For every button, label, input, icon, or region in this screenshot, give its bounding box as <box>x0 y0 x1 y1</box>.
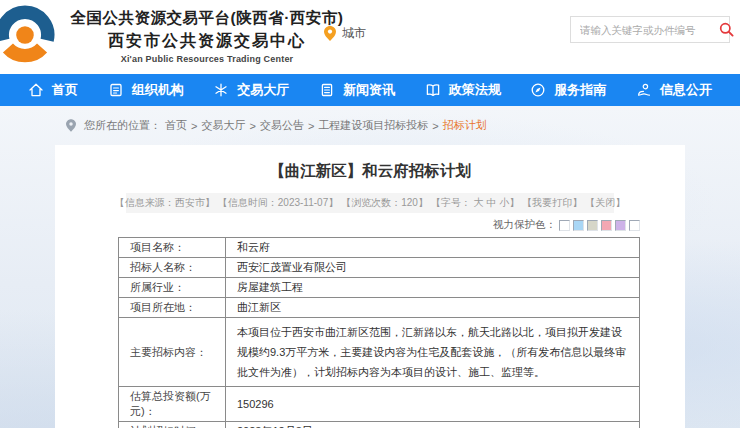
breadcrumb-separator: > <box>191 120 197 132</box>
meta-view-count: 【浏览次数：120】 <box>341 196 428 210</box>
news-icon <box>319 82 335 98</box>
row-label: 估算总投资额(万元)： <box>119 387 226 422</box>
article-panel: 【曲江新区】和云府招标计划 【信息来源：西安市】 【信息时间：2023-11-0… <box>55 145 685 428</box>
site-title-cn-2: 西安市公共资源交易中心 <box>60 31 354 52</box>
eye-color-swatch-3[interactable] <box>587 220 598 231</box>
breadcrumb-item-trade-hall[interactable]: 交易大厅 <box>201 118 245 133</box>
row-value: 和云府 <box>226 238 640 258</box>
nav-label: 信息公开 <box>660 81 712 99</box>
site-title-block: 全国公共资源交易平台(陕西省·西安市) 西安市公共资源交易中心 Xi'an Pu… <box>60 8 354 64</box>
breadcrumb-prefix: 您所在的位置： <box>84 118 161 133</box>
search-box <box>570 16 730 43</box>
eye-protection-row: 视力保护色： <box>55 218 640 232</box>
eye-protection-label: 视力保护色： <box>493 218 556 232</box>
breadcrumb-current: 招标计划 <box>443 118 487 133</box>
organization-icon <box>108 82 124 98</box>
print-button[interactable]: 【我要打印】 <box>522 196 582 210</box>
info-disclosure-icon <box>636 82 652 98</box>
city-selector[interactable]: 城市 <box>324 25 366 42</box>
nav-item-info-disclosure[interactable]: 信息公开 <box>636 81 712 99</box>
nav-label: 交易大厅 <box>237 81 289 99</box>
eye-color-swatch-2[interactable] <box>573 220 584 231</box>
meta-font-size-controls[interactable]: 【字号： 大 中 小】 <box>431 196 519 210</box>
policy-icon <box>425 82 441 98</box>
table-row-estimated-investment: 估算总投资额(万元)： 150296 <box>119 387 640 422</box>
breadcrumb-separator: > <box>249 120 255 132</box>
nav-item-news[interactable]: 新闻资讯 <box>319 81 395 99</box>
meta-info-source: 【信息来源：西安市】 <box>115 196 215 210</box>
nav-label: 政策法规 <box>449 81 501 99</box>
row-label: 所属行业： <box>119 278 226 298</box>
row-label: 计划招标时间： <box>119 422 226 428</box>
nav-label: 服务指南 <box>554 81 606 99</box>
table-row-project-location: 项目所在地： 曲江新区 <box>119 298 640 318</box>
row-label: 招标人名称： <box>119 258 226 278</box>
breadcrumb-item-trade-notice[interactable]: 交易公告 <box>260 118 304 133</box>
site-title-en: Xi'an Public Resources Trading Center <box>60 54 354 64</box>
eye-color-swatch-1[interactable] <box>559 220 570 231</box>
main-area: 您所在的位置： 首页 > 交易大厅 > 交易公告 > 工程建设项目招标投标 > … <box>0 106 740 428</box>
close-button[interactable]: 【关闭】 <box>585 196 625 210</box>
row-value: 150296 <box>226 387 640 422</box>
nav-label: 新闻资讯 <box>343 81 395 99</box>
table-row-project-name: 项目名称： 和云府 <box>119 238 640 258</box>
nav-item-policy[interactable]: 政策法规 <box>425 81 501 99</box>
bid-plan-table: 项目名称： 和云府 招标人名称： 西安汇茂置业有限公司 所属行业： 房屋建筑工程… <box>118 237 640 428</box>
breadcrumb-separator: > <box>308 120 314 132</box>
search-input[interactable] <box>571 24 719 36</box>
search-icon <box>719 22 734 37</box>
breadcrumb-item-construction-bidding[interactable]: 工程建设项目招标投标 <box>318 118 428 133</box>
site-title-cn-1: 全国公共资源交易平台(陕西省·西安市) <box>60 8 354 29</box>
row-label: 主要招标内容： <box>119 318 226 387</box>
row-value: 本项目位于西安市曲江新区范围，汇新路以东，航天北路以北，项目拟开发建设规模约9.… <box>226 318 640 387</box>
row-value: 西安汇茂置业有限公司 <box>226 258 640 278</box>
site-logo-icon <box>0 3 56 65</box>
site-header: 全国公共资源交易平台(陕西省·西安市) 西安市公共资源交易中心 Xi'an Pu… <box>0 0 740 74</box>
article-meta-bar: 【信息来源：西安市】 【信息时间：2023-11-07】 【浏览次数：120】 … <box>126 193 614 213</box>
breadcrumb: 您所在的位置： 首页 > 交易大厅 > 交易公告 > 工程建设项目招标投标 > … <box>66 118 487 133</box>
table-row-tenderer-name: 招标人名称： 西安汇茂置业有限公司 <box>119 258 640 278</box>
nav-item-home[interactable]: 首页 <box>28 81 78 99</box>
home-icon <box>28 82 44 98</box>
breadcrumb-item-home[interactable]: 首页 <box>165 118 187 133</box>
nav-item-trade-hall[interactable]: 交易大厅 <box>213 81 289 99</box>
main-nav: 首页 组织机构 交易大厅 新闻资讯 政策法规 服务指南 <box>0 74 740 106</box>
nav-label: 首页 <box>52 81 78 99</box>
breadcrumb-pin-icon <box>66 119 76 132</box>
nav-item-service-guide[interactable]: 服务指南 <box>530 81 606 99</box>
table-row-planned-bid-time: 计划招标时间： 2023年12月8日 <box>119 422 640 428</box>
table-row-industry: 所属行业： 房屋建筑工程 <box>119 278 640 298</box>
nav-label: 组织机构 <box>132 81 184 99</box>
table-row-main-bid-content: 主要招标内容： 本项目位于西安市曲江新区范围，汇新路以东，航天北路以北，项目拟开… <box>119 318 640 387</box>
eye-color-swatch-4[interactable] <box>601 220 612 231</box>
location-pin-icon <box>324 26 336 41</box>
nav-item-organization[interactable]: 组织机构 <box>108 81 184 99</box>
row-label: 项目所在地： <box>119 298 226 318</box>
eye-color-swatch-6[interactable] <box>629 220 640 231</box>
eye-color-swatch-5[interactable] <box>615 220 626 231</box>
row-value: 曲江新区 <box>226 298 640 318</box>
meta-info-time: 【信息时间：2023-11-07】 <box>218 196 338 210</box>
city-label: 城市 <box>342 25 366 42</box>
service-guide-icon <box>530 82 546 98</box>
page-title: 【曲江新区】和云府招标计划 <box>55 161 685 182</box>
row-value: 房屋建筑工程 <box>226 278 640 298</box>
row-label: 项目名称： <box>119 238 226 258</box>
breadcrumb-separator: > <box>432 120 438 132</box>
row-value: 2023年12月8日 <box>226 422 640 428</box>
search-button[interactable] <box>719 17 734 42</box>
trade-hall-icon <box>213 82 229 98</box>
